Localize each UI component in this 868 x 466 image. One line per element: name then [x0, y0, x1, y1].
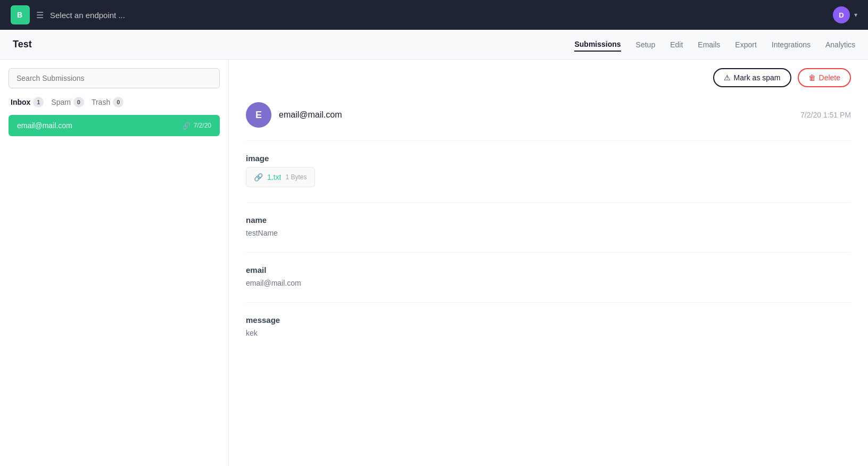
main-content: Inbox 1 Spam 0 Trash 0 email@mail.com 🔗 … — [0, 60, 868, 466]
page-title: Test — [13, 39, 32, 50]
submission-timestamp: 7/2/20 1:51 PM — [800, 111, 851, 119]
tab-edit[interactable]: Edit — [670, 38, 683, 51]
field-name-value: testName — [246, 229, 851, 237]
sender-avatar: E — [246, 102, 271, 128]
tab-analytics[interactable]: Analytics — [825, 38, 855, 51]
link-icon: 🔗 — [182, 122, 191, 130]
logo-icon: B — [11, 5, 30, 24]
spam-badge: 0 — [73, 97, 84, 107]
file-name: 1.txt — [267, 173, 281, 181]
field-email-value: email@mail.com — [246, 279, 851, 287]
submission-item[interactable]: email@mail.com 🔗 7/2/20 — [9, 115, 220, 136]
submission-date: 7/2/20 — [194, 122, 211, 129]
field-name-label: name — [246, 215, 851, 224]
right-panel-header: ⚠ Mark as spam 🗑 Delete — [246, 60, 851, 98]
spam-label: Spam — [51, 98, 71, 106]
nav-tabs: Submissions Setup Edit Emails Export Int… — [574, 38, 855, 52]
navbar-right: D ▾ — [833, 6, 857, 23]
divider-2 — [246, 252, 851, 253]
file-link-icon: 🔗 — [254, 173, 263, 181]
field-image: image 🔗 1.txt 1 Bytes — [246, 154, 851, 187]
trash-label: Trash — [92, 98, 110, 106]
navbar-left: B ☰ Select an endpoint ... — [11, 5, 125, 24]
file-size: 1 Bytes — [285, 173, 307, 181]
delete-button[interactable]: 🗑 Delete — [798, 68, 851, 87]
submission-meta: 🔗 7/2/20 — [182, 122, 211, 130]
left-panel: Inbox 1 Spam 0 Trash 0 email@mail.com 🔗 … — [0, 60, 229, 466]
mark-as-spam-button[interactable]: ⚠ Mark as spam — [713, 68, 791, 87]
tab-integrations[interactable]: Integrations — [772, 38, 811, 51]
tab-submissions[interactable]: Submissions — [574, 38, 621, 52]
chevron-down-icon[interactable]: ▾ — [854, 11, 857, 19]
filter-tab-trash[interactable]: Trash 0 — [89, 96, 126, 109]
warning-icon: ⚠ — [724, 73, 731, 82]
trash-icon: 🗑 — [808, 73, 816, 82]
submission-list: email@mail.com 🔗 7/2/20 — [9, 115, 220, 466]
submission-email: email@mail.com — [17, 121, 72, 130]
inbox-badge: 1 — [33, 97, 44, 107]
tab-export[interactable]: Export — [735, 38, 756, 51]
tab-setup[interactable]: Setup — [636, 38, 656, 51]
field-message: message kek — [246, 315, 851, 337]
tab-emails[interactable]: Emails — [698, 38, 720, 51]
sender-email: email@mail.com — [279, 110, 793, 120]
navbar: B ☰ Select an endpoint ... D ▾ — [0, 0, 868, 30]
submission-header: E email@mail.com 7/2/20 1:51 PM — [246, 98, 851, 141]
field-message-label: message — [246, 315, 851, 324]
filter-tab-spam[interactable]: Spam 0 — [49, 96, 86, 109]
mark-as-spam-label: Mark as spam — [734, 73, 781, 82]
field-email: email email@mail.com — [246, 265, 851, 287]
inbox-label: Inbox — [11, 98, 30, 106]
divider-1 — [246, 202, 851, 203]
filter-tab-inbox[interactable]: Inbox 1 — [9, 96, 46, 109]
secondary-nav: Test Submissions Setup Edit Emails Expor… — [0, 30, 868, 60]
search-input[interactable] — [9, 68, 220, 88]
filter-tabs: Inbox 1 Spam 0 Trash 0 — [9, 96, 220, 109]
right-panel: ⚠ Mark as spam 🗑 Delete E email@mail.com… — [229, 60, 868, 466]
user-avatar[interactable]: D — [833, 6, 850, 23]
delete-label: Delete — [819, 73, 840, 82]
endpoint-label[interactable]: Select an endpoint ... — [50, 11, 125, 20]
field-message-value: kek — [246, 329, 851, 337]
trash-badge: 0 — [113, 97, 123, 107]
divider-3 — [246, 302, 851, 303]
svg-text:B: B — [17, 11, 22, 19]
field-name: name testName — [246, 215, 851, 237]
field-email-label: email — [246, 265, 851, 274]
hamburger-icon[interactable]: ☰ — [36, 10, 44, 20]
field-image-label: image — [246, 154, 851, 163]
file-attachment[interactable]: 🔗 1.txt 1 Bytes — [246, 167, 315, 187]
